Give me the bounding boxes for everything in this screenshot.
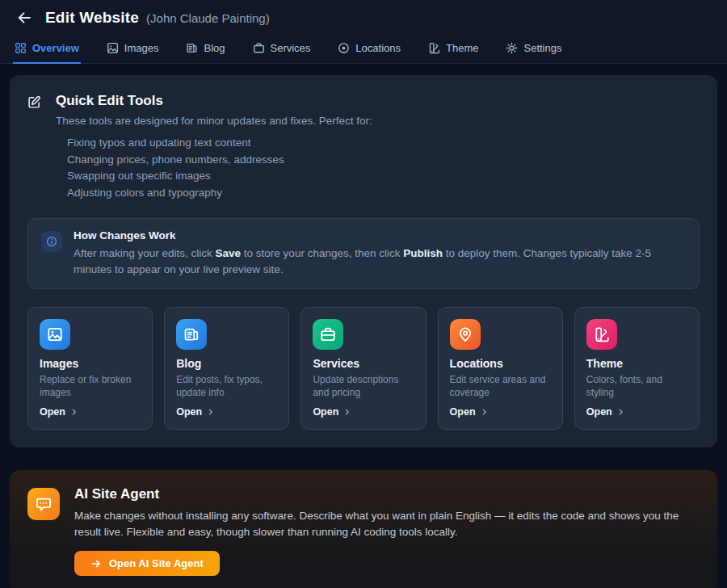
tab-label: Overview [32, 42, 79, 54]
tool-card-description: Replace or fix broken images [40, 373, 141, 399]
tab-label: Theme [446, 42, 478, 54]
how-changes-work-box: How Changes Work After making your edits… [27, 218, 700, 289]
locations-icon-badge [450, 319, 481, 350]
tab-label: Images [124, 42, 159, 54]
info-text-block: How Changes Work After making your edits… [74, 229, 686, 278]
tab-locations[interactable]: Locations [336, 34, 402, 64]
ai-agent-icon-badge [27, 488, 60, 520]
open-label: Open [586, 406, 612, 418]
chevron-right-icon [343, 408, 351, 416]
image-icon [107, 42, 119, 54]
tab-label: Blog [204, 42, 225, 54]
services-icon-badge [313, 319, 343, 350]
tab-settings[interactable]: Settings [504, 34, 563, 64]
chat-bubble-icon [36, 496, 52, 512]
tab-label: Locations [355, 42, 401, 54]
content-area: Quick Edit Tools These tools are designe… [0, 64, 727, 588]
open-link-blog[interactable]: Open [176, 406, 277, 418]
list-item: Fixing typos and updating text content [67, 135, 372, 152]
info-box-body: After making your edits, click Save to s… [74, 246, 686, 278]
swatch-icon [594, 326, 610, 342]
theme-icon-badge [586, 319, 617, 350]
tool-card-description: Edit service areas and coverage [450, 373, 551, 399]
list-item: Swapping out specific images [67, 168, 372, 185]
tab-images[interactable]: Images [105, 34, 161, 64]
info-circle-icon [46, 236, 57, 247]
newspaper-icon [186, 42, 198, 54]
list-item: Changing prices, phone numbers, addresse… [67, 152, 372, 169]
page-title: Edit Website [45, 9, 139, 27]
tab-services[interactable]: Services [251, 34, 313, 64]
tool-card-title: Theme [586, 357, 687, 370]
quick-edit-list: Fixing typos and updating text content C… [56, 135, 372, 201]
tool-card-theme[interactable]: Theme Colors, fonts, and styling Open [574, 307, 700, 430]
tool-card-title: Blog [176, 357, 277, 370]
list-item: Adjusting colors and typography [67, 185, 372, 202]
tab-theme[interactable]: Theme [427, 34, 480, 64]
tool-card-services[interactable]: Services Update descriptions and pricing… [300, 307, 426, 430]
info-box-title: How Changes Work [74, 229, 686, 242]
tool-card-description: Colors, fonts, and styling [586, 373, 687, 399]
open-label: Open [313, 406, 338, 418]
quick-edit-header: Quick Edit Tools These tools are designe… [27, 93, 700, 201]
tab-label: Services [271, 42, 311, 54]
tool-card-title: Images [40, 357, 141, 370]
tool-card-blog[interactable]: Blog Edit posts, fix typos, update info … [164, 307, 289, 430]
page-subtitle: (John Claude Painting) [146, 11, 270, 25]
quick-edit-intro: These tools are designed for minor updat… [56, 115, 372, 127]
briefcase-icon [320, 326, 336, 342]
open-ai-site-agent-button[interactable]: Open AI Site Agent [74, 551, 220, 576]
briefcase-icon [253, 42, 265, 54]
tool-card-description: Update descriptions and pricing [313, 373, 414, 399]
ai-button-label: Open AI Site Agent [109, 557, 204, 569]
quick-edit-tools-panel: Quick Edit Tools These tools are designe… [10, 75, 717, 447]
chevron-right-icon [70, 408, 78, 416]
tool-card-title: Services [313, 357, 414, 370]
quick-edit-title: Quick Edit Tools [56, 93, 372, 109]
blog-icon-badge [176, 319, 207, 350]
quick-edit-text-block: Quick Edit Tools These tools are designe… [56, 93, 372, 201]
images-icon-badge [40, 319, 70, 350]
open-link-services[interactable]: Open [313, 406, 414, 418]
publish-keyword: Publish [403, 247, 443, 259]
tool-card-title: Locations [450, 357, 551, 370]
arrow-right-icon [90, 558, 102, 569]
tool-cards-grid: Images Replace or fix broken images Open… [27, 307, 700, 430]
ai-agent-description: Make changes without installing any soft… [74, 508, 700, 540]
tab-blog[interactable]: Blog [184, 34, 226, 64]
gear-icon [506, 42, 518, 54]
info-body-text: to store your changes, then click [241, 247, 403, 259]
tab-bar: Overview Images Blog Services Locations [0, 34, 727, 64]
tool-card-description: Edit posts, fix typos, update info [176, 373, 277, 399]
ai-site-agent-panel: AI Site Agent Make changes without insta… [10, 470, 717, 588]
map-pin-icon [338, 42, 350, 54]
save-keyword: Save [216, 247, 242, 259]
chevron-right-icon [481, 408, 489, 416]
info-body-text: After making your edits, click [74, 247, 216, 259]
newspaper-icon [183, 326, 200, 342]
header: Edit Website (John Claude Painting) [0, 0, 727, 34]
open-label: Open [450, 406, 476, 418]
grid-icon [15, 42, 27, 54]
open-label: Open [176, 406, 202, 418]
open-link-images[interactable]: Open [40, 406, 141, 418]
image-icon [47, 326, 63, 342]
open-link-locations[interactable]: Open [450, 406, 551, 418]
open-link-theme[interactable]: Open [586, 406, 687, 418]
top-bar: Edit Website (John Claude Painting) Over… [0, 0, 727, 64]
chevron-right-icon [617, 408, 625, 416]
ai-agent-text-block: AI Site Agent Make changes without insta… [74, 486, 700, 576]
map-pin-icon [457, 326, 473, 342]
tool-card-images[interactable]: Images Replace or fix broken images Open [27, 307, 153, 430]
back-button[interactable] [16, 10, 32, 26]
tab-label: Settings [523, 42, 561, 54]
tool-card-locations[interactable]: Locations Edit service areas and coverag… [438, 307, 563, 430]
open-label: Open [40, 406, 65, 418]
chevron-right-icon [207, 408, 215, 416]
edit-pencil-square-icon [27, 95, 41, 201]
ai-agent-title: AI Site Agent [74, 486, 700, 502]
swatch-icon [428, 42, 440, 54]
tab-overview[interactable]: Overview [13, 34, 81, 64]
title-wrap: Edit Website (John Claude Painting) [45, 9, 270, 27]
arrow-left-icon [16, 10, 32, 26]
